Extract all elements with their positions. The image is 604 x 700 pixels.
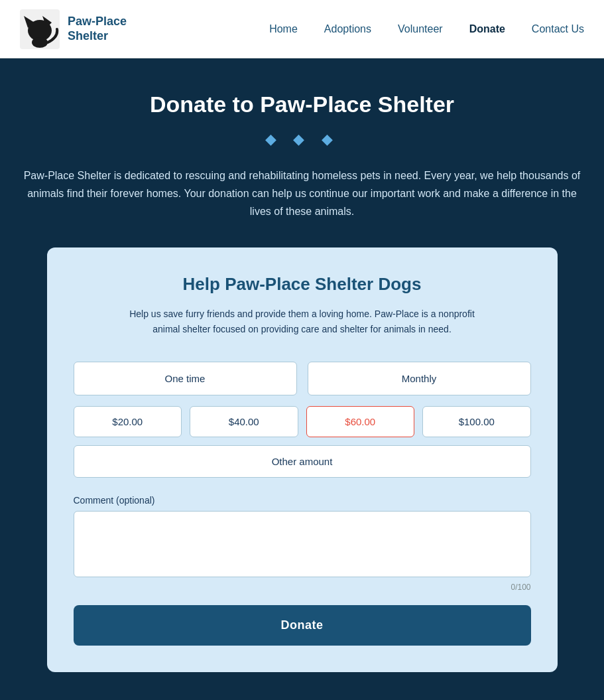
card-description: Help us save furry friends and provide t… <box>117 307 488 338</box>
card-title: Help Paw-Place Shelter Dogs <box>74 274 531 295</box>
nav-brand: Paw-Place Shelter <box>20 9 127 49</box>
svg-point-4 <box>32 37 48 48</box>
nav-link-adoptions[interactable]: Adoptions <box>324 23 371 35</box>
nav-link-donate[interactable]: Donate <box>469 23 505 35</box>
amount-btn-40[interactable]: $40.00 <box>190 406 298 437</box>
navbar: Paw-Place Shelter Home Adoptions Volunte… <box>0 0 604 58</box>
amount-btn-60[interactable]: $60.00 <box>306 406 415 437</box>
donate-submit-button[interactable]: Donate <box>74 605 531 646</box>
decorative-diamonds: ◆ ◆ ◆ <box>13 131 591 148</box>
comment-textarea[interactable] <box>74 511 531 577</box>
nav-brand-name-line2: Shelter <box>68 29 127 44</box>
frequency-row: One time Monthly <box>74 362 531 395</box>
amounts-row: $20.00 $40.00 $60.00 $100.00 <box>74 406 531 437</box>
char-count: 0/100 <box>74 583 531 592</box>
nav-links: Home Adoptions Volunteer Donate Contact … <box>269 23 584 35</box>
nav-brand-name-line1: Paw-Place <box>68 15 127 29</box>
nav-link-home[interactable]: Home <box>269 23 298 35</box>
other-amount-button[interactable]: Other amount <box>74 445 531 478</box>
amount-btn-100[interactable]: $100.00 <box>422 406 531 437</box>
page-title: Donate to Paw-Place Shelter <box>13 92 591 117</box>
frequency-btn-one-time[interactable]: One time <box>74 362 297 395</box>
page-description: Paw-Place Shelter is dedicated to rescui… <box>17 167 587 221</box>
nav-brand-text: Paw-Place Shelter <box>68 15 127 43</box>
nav-link-contact[interactable]: Contact Us <box>532 23 584 35</box>
page-content: Donate to Paw-Place Shelter ◆ ◆ ◆ Paw-Pl… <box>0 58 604 699</box>
frequency-btn-monthly[interactable]: Monthly <box>308 362 531 395</box>
nav-link-volunteer[interactable]: Volunteer <box>398 23 443 35</box>
comment-label: Comment (optional) <box>74 495 531 506</box>
paw-place-logo-icon <box>20 9 60 49</box>
donation-card: Help Paw-Place Shelter Dogs Help us save… <box>47 247 558 673</box>
amount-btn-20[interactable]: $20.00 <box>74 406 182 437</box>
